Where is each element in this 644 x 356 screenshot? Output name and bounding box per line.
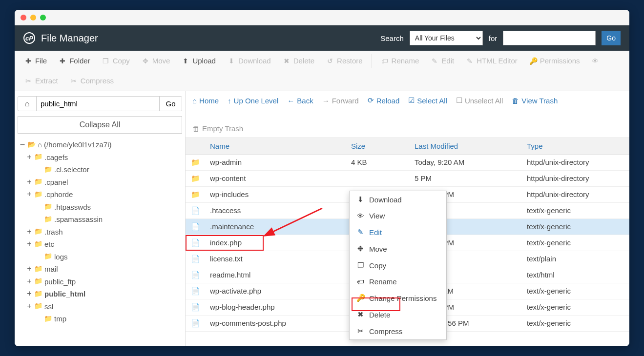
- tree-item[interactable]: +📁etc: [20, 238, 182, 251]
- back-button[interactable]: ←Back: [287, 97, 313, 105]
- reload-button[interactable]: ⟳Reload: [368, 96, 400, 105]
- folder-icon: 📁: [186, 187, 205, 202]
- unselect-all-button[interactable]: ☐Unselect All: [456, 96, 503, 105]
- tree-item[interactable]: 📁tmp: [20, 313, 182, 325]
- home-icon-button[interactable]: ⌂: [18, 97, 37, 111]
- home-button[interactable]: ⌂Home: [192, 97, 219, 105]
- window-titlebar: [15, 10, 629, 25]
- compress-button[interactable]: ✂Compress: [65, 74, 119, 88]
- file-name: readme.html: [205, 267, 346, 283]
- search-go-button[interactable]: Go: [602, 31, 621, 45]
- col-type[interactable]: Type: [522, 138, 629, 154]
- expand-icon[interactable]: [36, 163, 42, 176]
- tree-root-label: (/home/yle0l1v1za7i): [44, 138, 111, 151]
- tree-item-label: .cpanel: [44, 176, 68, 189]
- select-all-button[interactable]: ☑Select All: [408, 96, 447, 105]
- cm-view[interactable]: 👁View: [350, 208, 446, 224]
- col-size[interactable]: Size: [346, 138, 410, 154]
- expand-icon[interactable]: [36, 251, 42, 263]
- col-modified[interactable]: Last Modified: [410, 138, 522, 154]
- key-icon: 🔑: [356, 294, 364, 302]
- tree-item[interactable]: +📁ssl: [20, 300, 182, 313]
- edit-button[interactable]: ✎Edit: [426, 54, 459, 68]
- tree-item[interactable]: +📁.trash: [20, 226, 182, 238]
- expand-icon[interactable]: [36, 313, 42, 325]
- file-icon: 📄: [186, 299, 205, 315]
- collapse-icon[interactable]: –: [20, 138, 25, 151]
- collapse-all-button[interactable]: Collapse All: [18, 116, 182, 134]
- file-icon: 📄: [186, 267, 205, 283]
- cm-edit[interactable]: ✎Edit: [350, 224, 446, 240]
- file-type: text/x-generic: [522, 283, 629, 299]
- cm-rename[interactable]: 🏷Rename: [350, 274, 446, 290]
- permissions-button[interactable]: 🔑Permissions: [524, 54, 585, 68]
- cm-move[interactable]: ✥Move: [350, 240, 446, 257]
- search-scope-select[interactable]: All Your Files: [410, 31, 483, 45]
- new-folder-button[interactable]: ✚Folder: [54, 54, 95, 68]
- html-editor-button[interactable]: ✎HTML Editor: [461, 54, 522, 68]
- move-button[interactable]: ✥Move: [137, 54, 175, 68]
- expand-icon[interactable]: +: [26, 176, 32, 189]
- tree-item[interactable]: +📁mail: [20, 263, 182, 276]
- restore-button[interactable]: ↺Restore: [321, 54, 368, 68]
- cm-download[interactable]: ⬇Download: [350, 191, 446, 208]
- expand-icon[interactable]: +: [26, 276, 32, 288]
- view-button[interactable]: 👁: [586, 54, 604, 68]
- close-window-button[interactable]: [21, 15, 26, 20]
- cm-permissions[interactable]: 🔑Change Permissions: [350, 290, 446, 306]
- tree-item[interactable]: +📁.cpanel: [20, 176, 182, 189]
- context-menu: ⬇Download 👁View ✎Edit ✥Move ❐Copy 🏷Renam…: [349, 191, 447, 340]
- minimize-window-button[interactable]: [30, 15, 36, 20]
- tree-item[interactable]: +📁.cagefs: [20, 151, 182, 164]
- upload-button[interactable]: ⬆Upload: [177, 54, 221, 68]
- expand-icon[interactable]: +: [26, 300, 32, 313]
- tree-item[interactable]: +📁public_html: [20, 288, 182, 300]
- path-go-button[interactable]: Go: [159, 97, 182, 111]
- maximize-window-button[interactable]: [40, 15, 46, 20]
- rename-button[interactable]: 🏷Rename: [376, 54, 424, 68]
- col-name[interactable]: Name: [205, 138, 346, 154]
- trash-icon: 🗑: [512, 97, 519, 105]
- expand-icon[interactable]: +: [26, 226, 32, 238]
- tree-root[interactable]: – 📂 ⌂ (/home/yle0l1v1za7i): [20, 138, 182, 151]
- table-row[interactable]: 📁wp-admin4 KBToday, 9:20 AMhttpd/unix-di…: [186, 155, 629, 171]
- expand-icon[interactable]: +: [26, 238, 32, 251]
- file-type: text/x-generic: [522, 219, 629, 235]
- tree-item-label: .trash: [44, 226, 63, 238]
- expand-icon[interactable]: +: [26, 151, 32, 164]
- extract-button[interactable]: ✂Extract: [20, 74, 63, 88]
- move-icon: ✥: [356, 244, 364, 253]
- tree-item[interactable]: 📁.spamassassin: [20, 213, 182, 226]
- file-type: httpd/unix-directory: [522, 187, 629, 202]
- forward-button[interactable]: →Forward: [322, 97, 359, 105]
- cm-copy[interactable]: ❐Copy: [350, 257, 446, 274]
- new-file-button[interactable]: ✚File: [20, 54, 52, 68]
- file-type: text/x-generic: [522, 203, 629, 218]
- tree-item[interactable]: +📁public_ftp: [20, 276, 182, 288]
- expand-icon[interactable]: [36, 201, 42, 214]
- search-input[interactable]: [503, 31, 596, 45]
- empty-trash-button[interactable]: 🗑Empty Trash: [192, 122, 243, 133]
- file-name: wp-comments-post.php: [205, 316, 346, 331]
- expand-icon[interactable]: [36, 213, 42, 226]
- copy-button[interactable]: ❐Copy: [97, 54, 135, 68]
- expand-icon[interactable]: +: [26, 188, 32, 201]
- expand-icon[interactable]: +: [26, 288, 32, 300]
- tree-item[interactable]: 📁.cl.selector: [20, 163, 182, 176]
- view-trash-button[interactable]: 🗑View Trash: [512, 97, 558, 105]
- table-row[interactable]: 📁wp-content5 PMhttpd/unix-directory: [186, 171, 629, 187]
- expand-icon[interactable]: +: [26, 263, 32, 276]
- download-button[interactable]: ⬇Download: [223, 54, 276, 68]
- tree-item[interactable]: +📁.cphorde: [20, 188, 182, 201]
- file-icon: 📄: [186, 316, 205, 331]
- cm-compress[interactable]: ✂Compress: [350, 323, 446, 339]
- tree-item-label: logs: [54, 251, 68, 263]
- cm-delete[interactable]: ✖Delete: [350, 306, 446, 323]
- plus-icon: ✚: [59, 57, 66, 65]
- delete-button[interactable]: ✖Delete: [278, 54, 319, 68]
- folder-icon: 📁: [34, 151, 42, 163]
- up-one-level-button[interactable]: ↑Up One Level: [228, 97, 278, 105]
- path-input[interactable]: [37, 97, 159, 111]
- tree-item[interactable]: 📁.htpasswds: [20, 201, 182, 214]
- tree-item[interactable]: 📁logs: [20, 251, 182, 263]
